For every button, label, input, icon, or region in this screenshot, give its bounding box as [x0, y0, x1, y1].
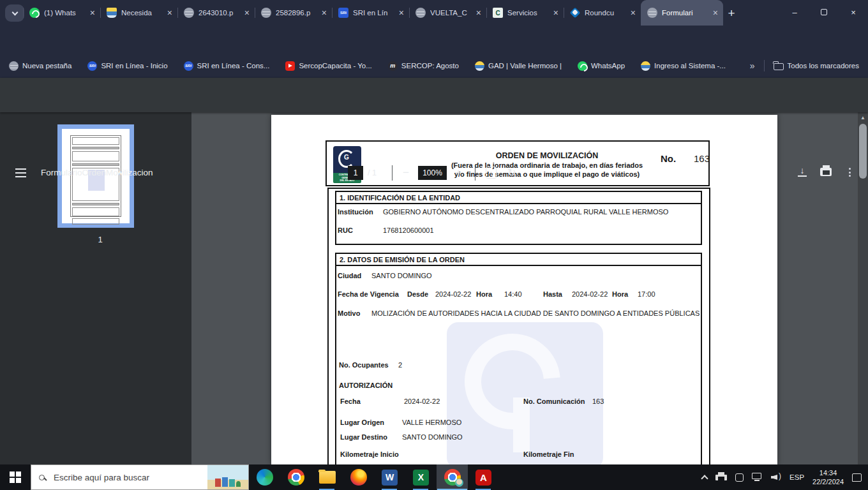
- bookmark-ingreso-sistema[interactable]: Ingreso al Sistema -...: [641, 61, 726, 71]
- globe-icon: [647, 8, 657, 18]
- comunicacion-value: 163: [592, 397, 604, 405]
- file-explorer-icon: [319, 471, 336, 484]
- taskbar-word[interactable]: W: [374, 464, 405, 490]
- tab-close-icon[interactable]: ×: [244, 8, 250, 18]
- search-highlight-image[interactable]: [207, 465, 248, 489]
- tab-sri[interactable]: SRI en Lín ×: [332, 0, 409, 26]
- tab-close-icon[interactable]: ×: [553, 8, 558, 18]
- tab-whatsapp[interactable]: (1) Whats ×: [23, 0, 100, 26]
- tab-formulario-active[interactable]: Formulari ×: [641, 0, 723, 26]
- taskbar-explorer[interactable]: [311, 464, 343, 490]
- ocupantes-value: 2: [398, 361, 402, 369]
- volume-icon[interactable]: ): [771, 473, 781, 482]
- pdf-page: G CONTRALORÍA GENERAL DEL ESTADO ORDEN D…: [271, 115, 777, 464]
- taskbar-excel[interactable]: X: [405, 464, 437, 490]
- globe-icon: [415, 8, 426, 18]
- chrome-icon: [288, 469, 304, 486]
- taskbar-search-box[interactable]: Escribe aquí para buscar: [31, 464, 249, 490]
- rotate-icon[interactable]: ↺: [507, 167, 516, 179]
- action-center-icon[interactable]: [852, 473, 862, 482]
- pdf-download-icon[interactable]: ↓: [797, 167, 807, 177]
- bookmark-sri-consultas[interactable]: SRI en Línea - Cons...: [184, 61, 270, 71]
- bookmark-sercopcapacita[interactable]: SercopCapacita - Yo...: [285, 61, 371, 71]
- printer-tray-icon[interactable]: [715, 472, 727, 482]
- lugar-destino-value: SANTO DOMINGO: [402, 433, 463, 441]
- language-indicator[interactable]: ESP: [789, 473, 804, 481]
- ciudad-value: SANTO DOMINGO: [371, 272, 432, 279]
- ruc-value: 1768120600001: [383, 226, 434, 234]
- tab-roundcube[interactable]: Roundcu ×: [564, 0, 641, 26]
- taskbar-chrome[interactable]: [280, 464, 311, 490]
- lugar-origen-label: Lugar Origen: [340, 419, 384, 426]
- acrobat-icon: A: [475, 470, 491, 486]
- taskbar-acrobat[interactable]: A: [468, 464, 499, 490]
- lugar-origen-value: VALLE HERMOSO: [402, 419, 461, 426]
- institucion-label: Institución: [338, 208, 373, 216]
- zoom-out-icon[interactable]: −: [403, 167, 409, 179]
- scroll-up-icon[interactable]: ▲: [858, 112, 868, 123]
- tray-expand-icon[interactable]: [701, 475, 708, 482]
- taskbar-chrome-active[interactable]: [437, 464, 468, 490]
- window-minimize-button[interactable]: –: [781, 0, 808, 24]
- hora-desde-label: Hora: [476, 290, 492, 298]
- clock[interactable]: 14:34 22/2/2024: [812, 468, 844, 486]
- sri-icon: [338, 8, 348, 18]
- shield-icon: [475, 61, 484, 71]
- hora-desde-value: 14:40: [504, 290, 522, 298]
- ciudad-label: Ciudad: [338, 272, 361, 279]
- bookmark-sri-inicio[interactable]: SRI en Línea - Inicio: [87, 61, 167, 71]
- tab-vuelta[interactable]: VUELTA_C ×: [409, 0, 486, 26]
- scrollbar-thumb[interactable]: [859, 124, 867, 179]
- bookmark-gad-valle-hermoso[interactable]: GAD | Valle Hermoso |: [475, 61, 562, 71]
- sri-icon: [87, 61, 97, 71]
- hora-hasta-value: 17:00: [638, 290, 655, 298]
- taskbar-firefox[interactable]: [343, 464, 374, 490]
- hasta-label: Hasta: [543, 290, 562, 298]
- page-number-input[interactable]: 1: [348, 166, 363, 180]
- tab-2582896[interactable]: 2582896.p ×: [255, 0, 332, 26]
- cge-icon: [493, 8, 503, 18]
- ocupantes-label: No. Ocupantes: [339, 361, 389, 369]
- pdf-menu-icon[interactable]: [15, 168, 26, 177]
- bookmark-sercop-agosto[interactable]: SERCOP: Agosto: [388, 61, 459, 71]
- form-subtitle-1: (Fuera de la jornada ordinaria de trabaj…: [410, 161, 684, 169]
- youtube-icon: [285, 61, 295, 71]
- bookmark-nueva-pestana[interactable]: Nueva pestaña: [9, 61, 71, 71]
- network-icon[interactable]: [752, 473, 763, 482]
- zoom-in-icon[interactable]: +: [455, 167, 461, 179]
- ruc-label: RUC: [338, 226, 353, 234]
- desde-label: Desde: [407, 290, 428, 298]
- bookmark-whatsapp[interactable]: WhatsApp: [578, 61, 625, 71]
- tab-close-icon[interactable]: ×: [322, 8, 327, 18]
- tab-close-icon[interactable]: ×: [476, 8, 481, 18]
- window-maximize-button[interactable]: [811, 0, 837, 24]
- print-icon[interactable]: [820, 168, 832, 176]
- divider: [764, 60, 765, 71]
- globe-icon: [184, 8, 194, 18]
- tray-icon[interactable]: [735, 473, 744, 482]
- taskbar: Escribe aquí para buscar W X: [0, 464, 868, 490]
- zoom-level[interactable]: 100%: [418, 166, 447, 180]
- fit-to-page-icon[interactable]: ↕: [486, 167, 497, 179]
- lugar-destino-label: Lugar Destino: [340, 433, 387, 441]
- km-fin-label: Kilometraje Fin: [523, 450, 574, 458]
- bookmarks-overflow-icon[interactable]: »: [750, 61, 755, 71]
- tab-close-icon[interactable]: ×: [713, 8, 718, 18]
- all-bookmarks-button[interactable]: Todos los marcadores: [774, 61, 860, 70]
- tab-2643010[interactable]: 2643010.p ×: [177, 0, 255, 26]
- start-button[interactable]: [0, 464, 31, 490]
- new-tab-button[interactable]: +: [723, 5, 740, 22]
- window-close-button[interactable]: ×: [840, 0, 867, 24]
- taskbar-edge[interactable]: [249, 464, 280, 490]
- section1-title: 1. IDENTIFICACIÓN DE LA ENTIDAD: [335, 191, 702, 204]
- tab-close-icon[interactable]: ×: [90, 8, 95, 18]
- tab-close-icon[interactable]: ×: [399, 8, 404, 18]
- hasta-value: 2024-02-22: [572, 290, 608, 298]
- pdf-menu-more-icon[interactable]: [849, 168, 851, 177]
- tab-close-icon[interactable]: ×: [631, 8, 636, 18]
- tab-servicios[interactable]: Servicios ×: [486, 0, 564, 26]
- tab-search-button[interactable]: [5, 4, 24, 22]
- tab-necesidad[interactable]: Necesida ×: [100, 0, 177, 26]
- tab-close-icon[interactable]: ×: [167, 8, 172, 18]
- scrollbar[interactable]: ▲: [858, 112, 868, 464]
